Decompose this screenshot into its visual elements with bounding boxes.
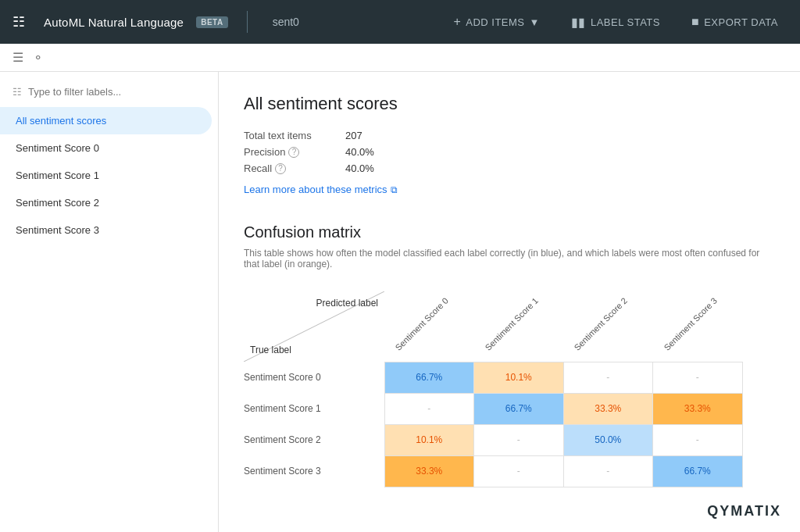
sidebar-item-score-3[interactable]: Sentiment Score 3 — [0, 216, 212, 244]
top-navigation: ☷ AutoML Natural Language BETA sent0 + A… — [0, 0, 800, 44]
label-stats-button[interactable]: ▮▮ LABEL STATS — [562, 10, 670, 34]
add-items-button[interactable]: + ADD ITEMS ▼ — [444, 10, 549, 34]
confusion-matrix-desc: This table shows how often the model cla… — [244, 248, 775, 270]
page-title: All sentiment scores — [244, 94, 775, 114]
matrix-cell-1-3: 33.3% — [653, 393, 743, 424]
confusion-matrix-table: True label Predicted label Sentiment Sco… — [244, 291, 743, 487]
sidebar: ☷ All sentiment scores Sentiment Score 0… — [0, 72, 219, 532]
true-label-diag: True label — [250, 345, 291, 355]
secondary-navigation: ☰ ⚬ — [0, 44, 800, 72]
row-label-1: Sentiment Score 1 — [244, 393, 384, 424]
matrix-cell-3-1: - — [474, 455, 564, 487]
matrix-cell-0-0: 66.7% — [384, 362, 474, 393]
col-header-0: Sentiment Score 0 — [384, 291, 474, 362]
grid-icon: ■ — [691, 15, 699, 29]
matrix-cell-1-1: 66.7% — [474, 393, 564, 424]
app-title: AutoML Natural Language — [44, 16, 184, 29]
matrix-row: Sentiment Score 066.7%10.1%-- — [244, 362, 742, 393]
precision-label: Precision ? — [244, 146, 345, 158]
matrix-cell-1-2: 33.3% — [563, 393, 653, 424]
total-items-value: 207 — [345, 130, 362, 141]
matrix-cell-1-0: - — [384, 393, 474, 424]
dropdown-arrow-icon: ▼ — [530, 16, 540, 28]
sidebar-item-score-1[interactable]: Sentiment Score 1 — [0, 162, 212, 189]
confusion-matrix-wrapper: True label Predicted label Sentiment Sco… — [244, 291, 775, 487]
row-label-0: Sentiment Score 0 — [244, 362, 384, 393]
col-header-3: Sentiment Score 3 — [653, 291, 743, 362]
dataset-name[interactable]: sent0 — [266, 12, 305, 31]
total-items-label: Total text items — [244, 130, 345, 141]
precision-value: 40.0% — [345, 146, 374, 158]
recall-help-icon[interactable]: ? — [275, 163, 286, 174]
export-data-button[interactable]: ■ EXPORT DATA — [682, 10, 788, 34]
matrix-cell-3-0: 33.3% — [384, 455, 474, 487]
filter-icon: ☷ — [12, 86, 22, 98]
company-logo: QYMATIX — [707, 503, 781, 520]
matrix-cell-3-3: 66.7% — [653, 455, 743, 487]
matrix-cell-2-0: 10.1% — [384, 424, 474, 455]
predicted-label-diag: Predicted label — [316, 298, 378, 309]
precision-row: Precision ? 40.0% — [244, 146, 775, 158]
total-items-row: Total text items 207 — [244, 130, 775, 141]
menu-icon[interactable]: ☷ — [12, 13, 25, 30]
col-header-1: Sentiment Score 1 — [474, 291, 564, 362]
bar-chart-icon: ▮▮ — [571, 15, 586, 30]
matrix-cell-2-3: - — [653, 424, 743, 455]
recall-row: Recall ? 40.0% — [244, 162, 775, 174]
matrix-cell-0-2: - — [563, 362, 653, 393]
main-content: All sentiment scores Total text items 20… — [219, 72, 800, 532]
diagonal-header: True label Predicted label — [244, 291, 384, 362]
matrix-cell-0-3: - — [653, 362, 743, 393]
sidebar-item-all-sentiment[interactable]: All sentiment scores — [0, 107, 212, 134]
matrix-row: Sentiment Score 333.3%--66.7% — [244, 455, 742, 487]
list-icon[interactable]: ☰ — [12, 50, 23, 65]
sidebar-item-score-2[interactable]: Sentiment Score 2 — [0, 189, 212, 216]
filter-input[interactable] — [28, 86, 205, 98]
add-icon: + — [453, 15, 461, 29]
recall-label: Recall ? — [244, 162, 345, 174]
matrix-cell-2-1: - — [474, 424, 564, 455]
recall-value: 40.0% — [345, 162, 374, 174]
row-label-3: Sentiment Score 3 — [244, 455, 384, 487]
confusion-matrix-title: Confusion matrix — [244, 223, 775, 241]
matrix-row: Sentiment Score 210.1%-50.0%- — [244, 424, 742, 455]
matrix-cell-2-2: 50.0% — [563, 424, 653, 455]
lightbulb-icon[interactable]: ⚬ — [33, 50, 43, 65]
precision-help-icon[interactable]: ? — [288, 147, 299, 158]
nav-divider — [247, 11, 248, 33]
matrix-cell-0-1: 10.1% — [474, 362, 564, 393]
col-header-2: Sentiment Score 2 — [563, 291, 653, 362]
external-link-icon: ⧉ — [391, 184, 398, 195]
sidebar-item-score-0[interactable]: Sentiment Score 0 — [0, 134, 212, 162]
main-layout: ☷ All sentiment scores Sentiment Score 0… — [0, 72, 800, 532]
beta-badge: BETA — [196, 16, 227, 28]
matrix-cell-3-2: - — [563, 455, 653, 487]
filter-container: ☷ — [0, 81, 218, 107]
learn-more-link[interactable]: Learn more about these metrics ⧉ — [244, 184, 775, 195]
stats-table: Total text items 207 Precision ? 40.0% R… — [244, 130, 775, 174]
matrix-row: Sentiment Score 1-66.7%33.3%33.3% — [244, 393, 742, 424]
row-label-2: Sentiment Score 2 — [244, 424, 384, 455]
